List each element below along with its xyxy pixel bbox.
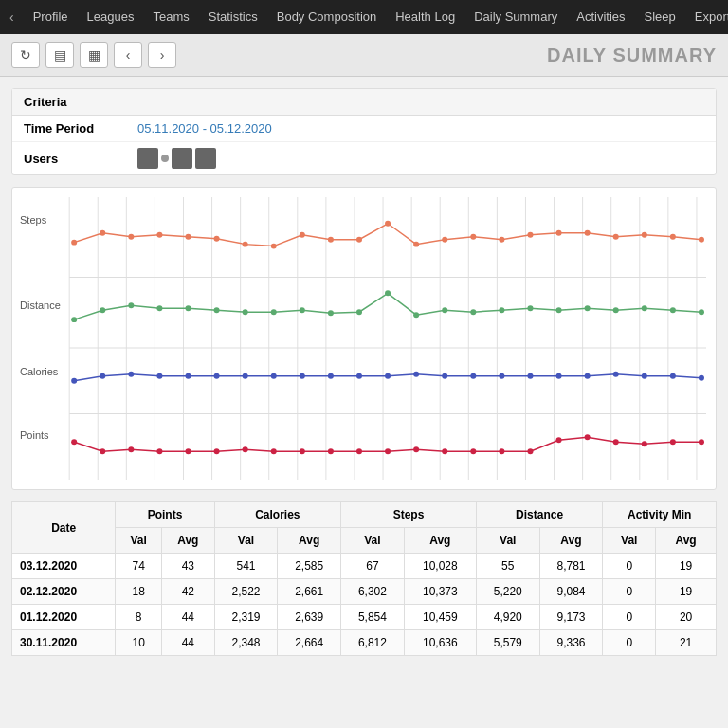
svg-point-36 (356, 237, 362, 243)
svg-point-96 (100, 448, 105, 454)
svg-point-26 (71, 240, 77, 246)
svg-point-56 (271, 309, 277, 315)
time-period-label: Time Period (24, 121, 137, 136)
avatar-1 (137, 148, 158, 169)
row-cal-avg-3: 2,639 (278, 605, 341, 630)
grid-view-button[interactable]: ▦ (80, 42, 108, 68)
svg-point-43 (556, 230, 562, 236)
svg-point-53 (185, 305, 191, 311)
svg-point-72 (71, 378, 77, 384)
svg-point-35 (328, 237, 334, 243)
list-view-button[interactable]: ▤ (46, 42, 74, 68)
back-button[interactable]: ‹ (9, 9, 14, 25)
row-dist-avg-2: 9,084 (539, 579, 603, 605)
chart-container: Steps Distance Calories Points (11, 187, 717, 490)
svg-point-106 (385, 448, 391, 454)
avatar-2 (172, 148, 192, 169)
svg-point-50 (100, 307, 105, 313)
next-button[interactable]: › (148, 42, 176, 68)
row-dist-val-1: 55 (476, 554, 539, 579)
row-date-1: 03.12.2020 (12, 554, 116, 579)
table-row: 30.11.2020 10 44 2,348 2,664 6,812 10,63… (12, 630, 717, 656)
svg-point-52 (156, 305, 162, 311)
nav-statistics[interactable]: Statistics (199, 0, 267, 34)
row-points-val-4: 10 (116, 630, 162, 656)
steps-avg-header: Avg (404, 528, 476, 554)
svg-point-31 (214, 236, 220, 242)
svg-point-57 (300, 307, 305, 313)
svg-point-70 (670, 307, 676, 313)
nav-teams[interactable]: Teams (143, 0, 198, 34)
nav-profile[interactable]: Profile (24, 0, 78, 34)
row-cal-val-4: 2,348 (214, 630, 278, 656)
svg-point-103 (300, 448, 305, 454)
row-steps-val-4: 6,812 (341, 630, 405, 656)
act-val-header: Val (603, 528, 656, 554)
svg-point-37 (385, 221, 391, 227)
svg-point-93 (670, 373, 676, 379)
svg-point-87 (499, 373, 504, 379)
points-val-header: Val (116, 528, 162, 554)
row-steps-avg-3: 10,459 (404, 605, 476, 630)
nav-export[interactable]: Export (685, 0, 728, 34)
svg-point-71 (699, 309, 704, 315)
svg-point-113 (585, 434, 591, 440)
svg-point-62 (442, 307, 447, 313)
refresh-button[interactable]: ↻ (11, 42, 40, 68)
svg-point-88 (527, 373, 533, 379)
criteria-box: Criteria Time Period 05.11.2020 - 05.12.… (11, 88, 717, 175)
nav-health-log[interactable]: Health Log (386, 0, 464, 34)
nav-leagues[interactable]: Leagues (78, 0, 144, 34)
dist-val-header: Val (476, 528, 539, 554)
svg-point-63 (470, 309, 476, 315)
row-steps-val-2: 6,302 (341, 579, 405, 605)
row-dist-val-3: 4,920 (476, 605, 539, 630)
svg-point-105 (356, 448, 362, 454)
cal-val-header: Val (214, 528, 278, 554)
toolbar: ↻ ▤ ▦ ‹ › DAILY SUMMARY (0, 34, 728, 77)
svg-point-91 (613, 372, 619, 377)
svg-point-82 (356, 373, 362, 379)
chart-svg (12, 188, 716, 489)
svg-point-95 (71, 439, 77, 445)
row-points-avg-4: 44 (162, 630, 215, 656)
svg-point-102 (271, 448, 277, 454)
row-act-avg-1: 19 (656, 554, 717, 579)
date-header: Date (12, 502, 116, 554)
svg-point-73 (100, 373, 105, 379)
table-row: 03.12.2020 74 43 541 2,585 67 10,028 55 … (12, 554, 717, 579)
svg-point-39 (442, 237, 447, 243)
nav-daily-summary[interactable]: Daily Summary (464, 0, 567, 34)
svg-point-42 (527, 232, 533, 238)
svg-point-97 (128, 446, 134, 452)
svg-point-32 (243, 242, 248, 247)
data-table: Date Points Calories Steps Distance Acti… (11, 501, 717, 656)
top-nav: ‹ Profile Leagues Teams Statistics Body … (0, 0, 728, 34)
svg-point-83 (385, 373, 391, 379)
svg-point-74 (128, 372, 134, 377)
row-dist-avg-1: 8,781 (539, 554, 603, 579)
svg-point-98 (156, 448, 162, 454)
row-points-avg-3: 44 (162, 605, 215, 630)
row-date-3: 01.12.2020 (12, 605, 116, 630)
row-act-val-1: 0 (603, 554, 656, 579)
prev-button[interactable]: ‹ (114, 42, 142, 68)
row-act-val-3: 0 (603, 605, 656, 630)
row-cal-val-2: 2,522 (214, 579, 278, 605)
svg-point-55 (243, 309, 248, 315)
svg-point-114 (613, 439, 619, 445)
svg-point-40 (470, 234, 476, 240)
svg-point-110 (499, 448, 504, 454)
svg-point-51 (128, 302, 134, 308)
svg-point-67 (585, 305, 591, 311)
svg-point-86 (470, 373, 476, 379)
row-cal-val-3: 2,319 (214, 605, 278, 630)
nav-body-composition[interactable]: Body Composition (267, 0, 387, 34)
row-act-avg-4: 21 (656, 630, 717, 656)
svg-point-66 (556, 307, 562, 313)
nav-sleep[interactable]: Sleep (635, 0, 685, 34)
row-dist-avg-3: 9,173 (539, 605, 603, 630)
row-date-2: 02.12.2020 (12, 579, 116, 605)
svg-point-79 (271, 373, 277, 379)
nav-activities[interactable]: Activities (567, 0, 634, 34)
